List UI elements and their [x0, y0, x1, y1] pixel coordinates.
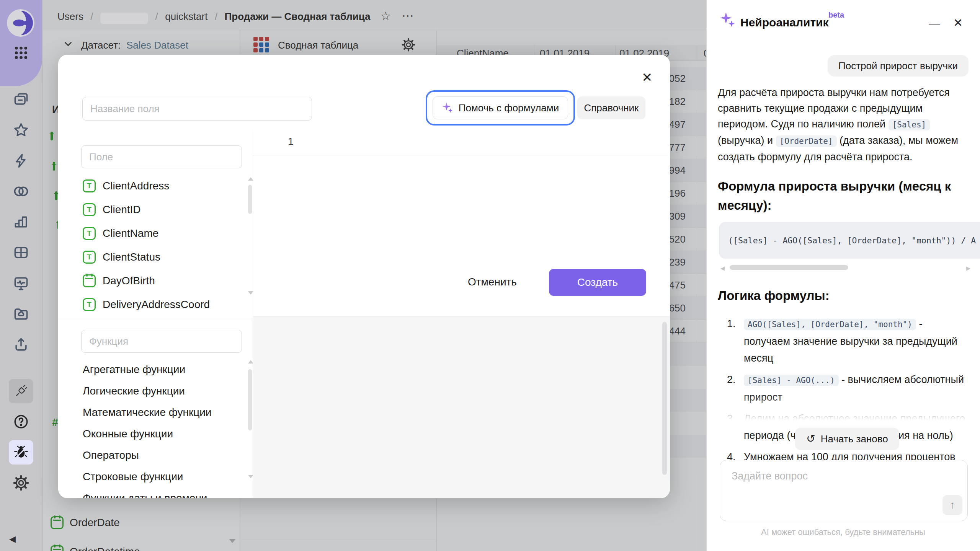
- create-button[interactable]: Создать: [549, 269, 646, 296]
- service-connections-plug-button[interactable]: [9, 379, 33, 403]
- field-list-item[interactable]: ClientAddress: [58, 174, 250, 198]
- app-root: Users / / quickstart / Продажи — Сводная…: [0, 0, 980, 551]
- field-list-item[interactable]: ClientName: [58, 222, 250, 245]
- favorite-star-icon[interactable]: ☆: [372, 10, 391, 22]
- field-list-scrollbar[interactable]: [248, 185, 252, 214]
- scroll-right-icon[interactable]: ▸: [966, 264, 970, 272]
- report-bug-button[interactable]: [9, 440, 33, 465]
- field-type-icon: [83, 203, 96, 216]
- create-label: Создать: [577, 276, 618, 289]
- function-list-item[interactable]: Оконные функции: [58, 423, 250, 445]
- apps-grid-icon[interactable]: [0, 42, 42, 64]
- breadcrumb-quickstart[interactable]: quickstart: [165, 11, 207, 22]
- config-row-divider: [241, 540, 436, 540]
- function-list-item[interactable]: Операторы: [58, 445, 250, 466]
- dashboards-monitor-icon[interactable]: [0, 272, 42, 294]
- dataset-field-row[interactable]: OrderDatetime: [51, 537, 140, 551]
- assistant-title: Нейроаналитик: [740, 16, 829, 29]
- scroll-left-icon[interactable]: ◂: [720, 264, 725, 272]
- function-list-item[interactable]: Агрегатные функции: [58, 359, 250, 380]
- field-list-label: ClientStatus: [103, 251, 160, 263]
- function-list-scrollbar[interactable]: [248, 369, 252, 430]
- field-type-icon: [83, 274, 96, 287]
- function-list-item[interactable]: Строковые функции: [58, 466, 250, 487]
- pivot-settings-gear-icon[interactable]: [401, 37, 416, 54]
- reference-button[interactable]: Справочник: [577, 96, 645, 119]
- scroll-down-icon[interactable]: [248, 291, 253, 295]
- user-message: Построй прирост выручки: [838, 60, 958, 72]
- settings-gear-icon[interactable]: [0, 472, 42, 494]
- restart-icon: ↺: [806, 434, 815, 444]
- field-list-label: DeliveryAddressCoord: [103, 298, 210, 311]
- storage-folder-icon[interactable]: [0, 303, 42, 324]
- table-cell-value: 475: [669, 279, 686, 291]
- content-fade: [707, 394, 979, 427]
- minimize-icon[interactable]: —: [929, 17, 940, 30]
- field-list-item[interactable]: DeliveryAddressCoord: [58, 293, 250, 316]
- function-list-label: Операторы: [83, 449, 139, 461]
- assistant-sparkle-icon: [719, 11, 736, 30]
- more-menu-icon[interactable]: ⋯: [392, 9, 414, 23]
- table-cell-value: 497: [669, 119, 686, 130]
- favorites-star-icon[interactable]: [0, 119, 42, 141]
- field-list-label: ClientID: [103, 204, 141, 216]
- background-bottom-fields: OrderDate OrderDatetime: [51, 508, 140, 551]
- function-list-label: Оконные функции: [83, 428, 173, 440]
- editor-scrollbar[interactable]: [662, 322, 667, 475]
- function-list: Агрегатные функции Логические функции Ма…: [58, 359, 250, 498]
- field-settings-modal: Настройка поля ✕ Помочь с формулами Спра…: [58, 55, 670, 498]
- send-arrow-icon: ↑: [950, 499, 955, 511]
- field-list-item[interactable]: ClientID: [58, 198, 250, 222]
- field-search-input[interactable]: [81, 145, 242, 168]
- field-list-item[interactable]: DayOfBirth: [58, 269, 250, 293]
- restart-button[interactable]: ↺ Начать заново: [795, 428, 899, 450]
- charts-bar-icon[interactable]: [0, 211, 42, 233]
- function-list-item[interactable]: Математические функции: [58, 402, 250, 423]
- formula-heading: Формула прироста выручки (месяц к месяцу…: [718, 177, 963, 215]
- collections-folder-icon[interactable]: [0, 89, 42, 110]
- function-list-item[interactable]: Логические функции: [58, 380, 250, 402]
- modal-close-icon[interactable]: ✕: [642, 71, 653, 84]
- code-h-scrollbar[interactable]: [730, 265, 848, 270]
- field-list-label: DayOfBirth: [103, 275, 155, 287]
- ai-disclaimer: AI может ошибаться, будьте внимательны: [706, 527, 980, 537]
- formula-code-block: ([Sales] - AGO([Sales], [OrderDate], "mo…: [719, 222, 980, 259]
- datalens-logo[interactable]: [6, 8, 35, 39]
- dataset-field-row[interactable]: OrderDate: [51, 508, 140, 537]
- scroll-up-icon[interactable]: [248, 360, 253, 364]
- pivot-table-icon: [253, 37, 269, 52]
- assistant-close-icon[interactable]: ✕: [953, 16, 963, 29]
- function-list-label: Строковые функции: [83, 471, 183, 483]
- tables-grid-icon[interactable]: [0, 242, 42, 263]
- breadcrumb-blurred-item[interactable]: [100, 13, 148, 24]
- field-label: OrderDatetime: [70, 546, 140, 551]
- config-row-divider: [241, 510, 436, 510]
- dataset-collapse-icon[interactable]: [62, 38, 74, 51]
- connections-venn-icon[interactable]: [0, 181, 42, 202]
- quick-actions-lightning-icon[interactable]: [0, 150, 42, 171]
- field-name-input[interactable]: [82, 97, 312, 121]
- table-cell-value: 650: [669, 302, 686, 314]
- help-icon[interactable]: [0, 411, 42, 432]
- plug-icon: [13, 383, 29, 399]
- field-type-icon: [51, 545, 64, 551]
- formula-code: ([Sales] - AGO([Sales], [OrderDate], "mo…: [728, 236, 976, 245]
- function-search-input[interactable]: [81, 330, 242, 353]
- sparkle-icon: [442, 102, 453, 114]
- field-type-icon: [51, 132, 53, 140]
- function-list-item[interactable]: Функции даты и времени: [58, 487, 250, 498]
- send-button[interactable]: ↑: [942, 495, 962, 515]
- scroll-up-icon[interactable]: [248, 177, 253, 181]
- breadcrumb-users[interactable]: Users: [57, 11, 83, 22]
- dataset-name-link[interactable]: Sales Dataset: [126, 39, 188, 51]
- field-dropdown-icon[interactable]: [229, 539, 236, 543]
- cancel-label: Отменить: [468, 276, 517, 288]
- ai-help-button[interactable]: Помочь с формулами: [433, 96, 568, 119]
- export-upload-icon[interactable]: [0, 334, 42, 355]
- table-cell-value: 239: [669, 256, 686, 268]
- cancel-button[interactable]: Отменить: [467, 270, 518, 294]
- question-input[interactable]: [720, 460, 968, 521]
- sidebar-collapse-icon[interactable]: ◀: [9, 534, 16, 544]
- field-list-item[interactable]: ClientStatus: [58, 245, 250, 269]
- scroll-down-icon[interactable]: [248, 475, 253, 478]
